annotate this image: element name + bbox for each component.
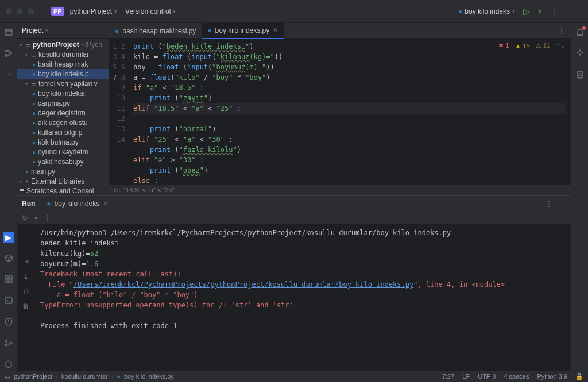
debug-icon[interactable]: ⌖ — [537, 6, 542, 16]
terminal-icon[interactable] — [4, 296, 13, 307]
services-icon[interactable] — [4, 275, 13, 286]
project-selector[interactable]: PP pythonProject ▾ — [51, 7, 117, 16]
readonly-icon[interactable]: 🔒 — [575, 373, 583, 380]
svg-point-16 — [10, 342, 12, 344]
database-icon[interactable] — [575, 70, 585, 81]
tree-root[interactable]: ▾▭pythonProject ~/Pych — [17, 40, 109, 50]
library-icon: ⑃ — [25, 178, 29, 185]
tree-scratches[interactable]: ≣Scratches and Consol — [17, 186, 109, 195]
run-icon[interactable]: ▷ — [523, 7, 529, 16]
folder-icon: ▭ — [31, 81, 36, 87]
vcs-icon[interactable] — [4, 338, 13, 349]
tab-boy-kilo[interactable]: ● boy kilo indeks.py ✕ — [202, 23, 284, 39]
chevron-icon: ⌃⌄ — [556, 43, 565, 49]
rerun-icon[interactable]: ↻ — [22, 214, 28, 222]
code-text[interactable]: print ("beden kitle indeksi") kilo = flo… — [130, 39, 571, 185]
print-icon[interactable]: ⎙ — [24, 287, 28, 295]
project-panel: Project ▾ ▾▭pythonProject ~/Pych ▾▭kosul… — [17, 23, 109, 195]
warning-count: ▲ 15 — [514, 42, 529, 49]
soft-wrap-icon[interactable]: ⇥ — [23, 258, 29, 266]
python-icon: ● — [32, 110, 36, 116]
file-encoding[interactable]: UTF-8 — [478, 373, 496, 380]
more-icon[interactable]: ⋮ — [546, 200, 552, 208]
maximize-window-icon[interactable] — [28, 8, 34, 14]
python-packages-icon[interactable] — [4, 254, 13, 264]
stop-icon[interactable]: ▪ — [34, 214, 37, 222]
more-actions-icon[interactable]: ⋮ — [44, 214, 51, 222]
hexagon-icon[interactable] — [4, 360, 13, 371]
project-name: pythonProject — [70, 7, 112, 15]
code-breadcrumb[interactable]: elif "18.5" < "a" < "25" — [109, 185, 571, 195]
right-toolbar — [571, 23, 588, 371]
tree-external-libs[interactable]: ▸⑃External Libraries — [17, 177, 109, 186]
project-tool-icon[interactable] — [4, 28, 13, 38]
tabs-more-icon[interactable]: ⋮ — [552, 27, 571, 35]
tab-basit-hesap[interactable]: ● basit hesap makinesi.py — [109, 23, 202, 39]
ai-assistant-icon[interactable] — [575, 49, 585, 60]
minimize-window-icon[interactable] — [17, 8, 23, 14]
python-icon: ● — [32, 130, 36, 136]
svg-point-17 — [577, 71, 583, 73]
clear-icon[interactable]: 🗑 — [22, 302, 29, 310]
run-config-selector[interactable]: ● boy kilo indeks ▾ — [458, 7, 515, 15]
tree-file[interactable]: ●kullanici bilgi.p — [17, 128, 109, 138]
close-icon[interactable]: ✕ — [273, 26, 278, 34]
run-tool-icon[interactable]: ▶ — [3, 232, 14, 243]
breadcrumb[interactable]: ▭ pythonProject › kosullu durumlar › ● b… — [5, 373, 174, 380]
tree-file[interactable]: ●carpma.py — [17, 99, 109, 108]
structure-tool-icon[interactable] — [4, 49, 13, 60]
svg-point-14 — [5, 340, 7, 342]
python-icon: ● — [115, 27, 119, 35]
version-control-menu[interactable]: Version control ▾ — [125, 7, 176, 15]
scroll-to-end-icon[interactable]: ⤓ — [23, 272, 29, 280]
close-icon[interactable]: ✕ — [103, 200, 108, 208]
svg-rect-4 — [5, 29, 12, 35]
line-separator[interactable]: LF — [462, 373, 470, 380]
window-controls — [6, 8, 34, 14]
minimize-icon[interactable]: — — [559, 200, 566, 208]
down-icon[interactable]: ↓ — [24, 243, 28, 251]
traceback-file-link[interactable]: /Users/iremkrkcl/PycharmProjects/pythonP… — [74, 280, 413, 289]
tree-file[interactable]: ●oyuncu kaydetm — [17, 147, 109, 157]
console-output[interactable]: /usr/bin/python3 /Users/iremkrkcl/Pychar… — [34, 224, 571, 371]
left-toolbar: ⋯ ▶ — [0, 23, 17, 371]
interpreter[interactable]: Python 3.9 — [537, 373, 567, 380]
tree-file[interactable]: ●deger degistirm — [17, 108, 109, 118]
tree-file[interactable]: ●main.py — [17, 167, 109, 177]
tree-file[interactable]: ●kök bulma.py — [17, 138, 109, 147]
run-tab[interactable]: ● boy kilo indeks ✕ — [42, 198, 113, 209]
more-icon[interactable]: ⋮ — [550, 7, 558, 16]
run-tool-window: Run ● boy kilo indeks ✕ ⋮ — ↻ ▪ ⋮ ↑ ↓ ⇥ — [17, 195, 571, 371]
close-window-icon[interactable] — [6, 8, 12, 14]
error-count: ✖ 1 — [498, 42, 509, 49]
project-badge-icon: PP — [51, 7, 64, 16]
project-panel-header[interactable]: Project ▾ — [17, 23, 109, 39]
line-gutter: 1 2 3 4 5 6 7 8 9 10 11 12 13 14 — [109, 39, 130, 185]
python-icon: ● — [32, 100, 36, 107]
run-label: Run — [22, 200, 35, 208]
svg-rect-12 — [5, 298, 12, 303]
code-analysis-summary[interactable]: ✖ 1 ▲ 15 ⚠ 11 ⌃⌄ — [498, 42, 565, 49]
titlebar: PP pythonProject ▾ Version control ▾ ● b… — [0, 0, 588, 23]
svg-rect-11 — [9, 280, 12, 283]
up-icon[interactable]: ↑ — [24, 228, 28, 236]
tree-folder[interactable]: ▾▭temel veri yapilari v — [17, 79, 109, 89]
tree-file[interactable]: ●boy kilo indeksi. — [17, 89, 109, 99]
problems-icon[interactable] — [4, 317, 13, 328]
tree-file[interactable]: ●dik ucgen olustu — [17, 118, 109, 128]
indent-config[interactable]: 4 spaces — [504, 373, 529, 380]
svg-point-5 — [5, 50, 7, 52]
tree-file[interactable]: ●basit hesap mak — [17, 60, 109, 69]
notifications-icon[interactable] — [575, 28, 585, 38]
cursor-position[interactable]: 7:27 — [442, 373, 454, 380]
python-icon: ● — [32, 120, 36, 126]
tree-file[interactable]: ●yakit hesabi.py — [17, 157, 109, 167]
svg-point-15 — [5, 344, 7, 346]
python-icon: ● — [32, 91, 36, 97]
tree-file-selected[interactable]: ●boy kilo indeks.p — [17, 69, 109, 79]
folder-icon: ▭ — [31, 52, 36, 58]
more-tools-icon[interactable]: ⋯ — [5, 70, 13, 79]
tree-folder[interactable]: ▾▭kosullu durumlar — [17, 50, 109, 60]
project-tree: ▾▭pythonProject ~/Pych ▾▭kosullu durumla… — [17, 39, 109, 195]
chevron-down-icon: ▾ — [512, 9, 515, 14]
